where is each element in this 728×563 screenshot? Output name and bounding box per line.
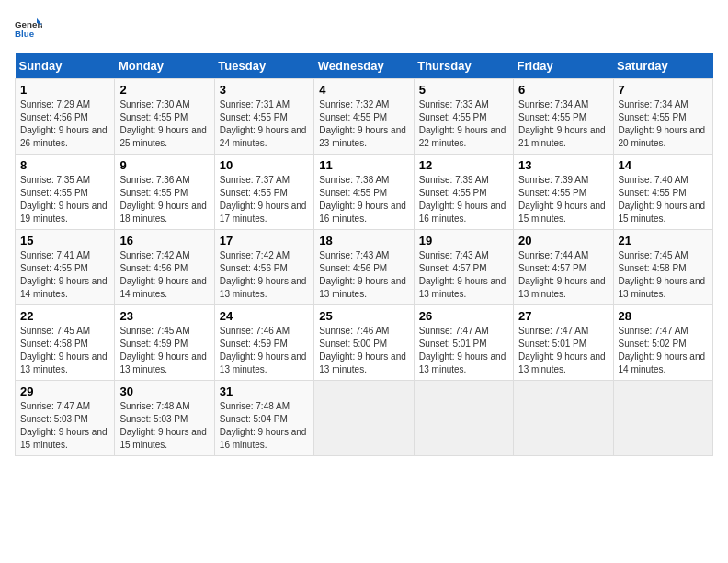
- day-number: 10: [220, 158, 309, 172]
- day-number: 4: [319, 83, 408, 97]
- day-number: 21: [619, 234, 708, 247]
- logo-icon: General Blue: [15, 15, 42, 42]
- day-number: 2: [119, 83, 209, 97]
- day-info: Sunrise: 7:30 AM Sunset: 4:55 PM Dayligh…: [119, 98, 209, 150]
- day-info: Sunrise: 7:39 AM Sunset: 4:55 PM Dayligh…: [518, 174, 608, 225]
- header-day-thursday: Thursday: [414, 53, 513, 79]
- day-number: 29: [20, 385, 109, 398]
- logo: General Blue: [15, 15, 42, 42]
- day-number: 5: [419, 83, 508, 97]
- day-info: Sunrise: 7:41 AM Sunset: 4:55 PM Dayligh…: [20, 249, 109, 301]
- day-number: 7: [619, 83, 708, 97]
- header-day-friday: Friday: [514, 53, 613, 79]
- day-number: 30: [119, 385, 209, 398]
- day-cell: 28 Sunrise: 7:47 AM Sunset: 5:02 PM Dayl…: [613, 305, 712, 381]
- day-info: Sunrise: 7:42 AM Sunset: 4:56 PM Dayligh…: [220, 249, 309, 301]
- day-number: 20: [518, 234, 608, 247]
- day-cell: 2 Sunrise: 7:30 AM Sunset: 4:55 PM Dayli…: [115, 79, 214, 155]
- day-number: 16: [119, 234, 209, 247]
- day-info: Sunrise: 7:47 AM Sunset: 5:01 PM Dayligh…: [419, 325, 508, 376]
- day-info: Sunrise: 7:43 AM Sunset: 4:57 PM Dayligh…: [419, 249, 508, 301]
- day-info: Sunrise: 7:42 AM Sunset: 4:56 PM Dayligh…: [119, 249, 209, 301]
- day-number: 8: [20, 158, 109, 172]
- day-number: 24: [220, 309, 309, 323]
- day-info: Sunrise: 7:38 AM Sunset: 4:55 PM Dayligh…: [319, 174, 408, 225]
- day-cell: [613, 381, 712, 456]
- day-number: 11: [319, 158, 408, 172]
- day-number: 17: [220, 234, 309, 247]
- header-day-wednesday: Wednesday: [314, 53, 414, 79]
- day-cell: 16 Sunrise: 7:42 AM Sunset: 4:56 PM Dayl…: [115, 230, 214, 305]
- day-cell: 25 Sunrise: 7:46 AM Sunset: 5:00 PM Dayl…: [314, 305, 414, 381]
- day-info: Sunrise: 7:35 AM Sunset: 4:55 PM Dayligh…: [20, 174, 109, 225]
- header-day-saturday: Saturday: [613, 53, 712, 79]
- day-cell: 26 Sunrise: 7:47 AM Sunset: 5:01 PM Dayl…: [414, 305, 513, 381]
- day-info: Sunrise: 7:45 AM Sunset: 4:58 PM Dayligh…: [619, 249, 708, 301]
- day-info: Sunrise: 7:48 AM Sunset: 5:04 PM Dayligh…: [220, 400, 309, 452]
- day-cell: [414, 381, 513, 456]
- day-cell: 1 Sunrise: 7:29 AM Sunset: 4:56 PM Dayli…: [16, 79, 115, 155]
- day-number: 15: [20, 234, 109, 247]
- day-cell: 9 Sunrise: 7:36 AM Sunset: 4:55 PM Dayli…: [115, 155, 214, 230]
- day-info: Sunrise: 7:44 AM Sunset: 4:57 PM Dayligh…: [518, 249, 608, 301]
- day-cell: 30 Sunrise: 7:48 AM Sunset: 5:03 PM Dayl…: [115, 381, 214, 456]
- day-cell: 29 Sunrise: 7:47 AM Sunset: 5:03 PM Dayl…: [16, 381, 115, 456]
- day-info: Sunrise: 7:34 AM Sunset: 4:55 PM Dayligh…: [518, 98, 608, 150]
- day-cell: 11 Sunrise: 7:38 AM Sunset: 4:55 PM Dayl…: [314, 155, 414, 230]
- day-number: 9: [119, 158, 209, 172]
- day-number: 13: [518, 158, 608, 172]
- day-cell: 13 Sunrise: 7:39 AM Sunset: 4:55 PM Dayl…: [514, 155, 613, 230]
- header-day-sunday: Sunday: [16, 53, 115, 79]
- header-row: SundayMondayTuesdayWednesdayThursdayFrid…: [16, 53, 713, 79]
- day-number: 23: [119, 309, 209, 323]
- day-cell: 21 Sunrise: 7:45 AM Sunset: 4:58 PM Dayl…: [613, 230, 712, 305]
- header-day-monday: Monday: [115, 53, 214, 79]
- day-cell: 18 Sunrise: 7:43 AM Sunset: 4:56 PM Dayl…: [314, 230, 414, 305]
- day-number: 1: [20, 83, 109, 97]
- day-info: Sunrise: 7:37 AM Sunset: 4:55 PM Dayligh…: [220, 174, 309, 225]
- day-info: Sunrise: 7:45 AM Sunset: 4:58 PM Dayligh…: [20, 325, 109, 376]
- day-info: Sunrise: 7:47 AM Sunset: 5:03 PM Dayligh…: [20, 400, 109, 452]
- day-info: Sunrise: 7:47 AM Sunset: 5:02 PM Dayligh…: [619, 325, 708, 376]
- day-info: Sunrise: 7:48 AM Sunset: 5:03 PM Dayligh…: [119, 400, 209, 452]
- day-number: 3: [220, 83, 309, 97]
- day-cell: 12 Sunrise: 7:39 AM Sunset: 4:55 PM Dayl…: [414, 155, 513, 230]
- day-cell: 17 Sunrise: 7:42 AM Sunset: 4:56 PM Dayl…: [214, 230, 313, 305]
- day-cell: 20 Sunrise: 7:44 AM Sunset: 4:57 PM Dayl…: [514, 230, 613, 305]
- day-number: 18: [319, 234, 408, 247]
- day-info: Sunrise: 7:46 AM Sunset: 5:00 PM Dayligh…: [319, 325, 408, 376]
- day-cell: 10 Sunrise: 7:37 AM Sunset: 4:55 PM Dayl…: [214, 155, 313, 230]
- day-number: 27: [518, 309, 608, 323]
- header-day-tuesday: Tuesday: [214, 53, 313, 79]
- day-info: Sunrise: 7:45 AM Sunset: 4:59 PM Dayligh…: [119, 325, 209, 376]
- day-number: 19: [419, 234, 508, 247]
- day-info: Sunrise: 7:31 AM Sunset: 4:55 PM Dayligh…: [220, 98, 309, 150]
- week-row-3: 15 Sunrise: 7:41 AM Sunset: 4:55 PM Dayl…: [16, 230, 713, 305]
- header: General Blue: [15, 15, 713, 42]
- week-row-4: 22 Sunrise: 7:45 AM Sunset: 4:58 PM Dayl…: [16, 305, 713, 381]
- day-cell: 31 Sunrise: 7:48 AM Sunset: 5:04 PM Dayl…: [214, 381, 313, 456]
- day-cell: 6 Sunrise: 7:34 AM Sunset: 4:55 PM Dayli…: [514, 79, 613, 155]
- day-cell: 22 Sunrise: 7:45 AM Sunset: 4:58 PM Dayl…: [16, 305, 115, 381]
- day-cell: 23 Sunrise: 7:45 AM Sunset: 4:59 PM Dayl…: [115, 305, 214, 381]
- day-cell: 15 Sunrise: 7:41 AM Sunset: 4:55 PM Dayl…: [16, 230, 115, 305]
- day-info: Sunrise: 7:34 AM Sunset: 4:55 PM Dayligh…: [619, 98, 708, 150]
- day-info: Sunrise: 7:40 AM Sunset: 4:55 PM Dayligh…: [619, 174, 708, 225]
- day-cell: 27 Sunrise: 7:47 AM Sunset: 5:01 PM Dayl…: [514, 305, 613, 381]
- day-info: Sunrise: 7:46 AM Sunset: 4:59 PM Dayligh…: [220, 325, 309, 376]
- svg-text:Blue: Blue: [15, 29, 35, 39]
- day-number: 28: [619, 309, 708, 323]
- day-info: Sunrise: 7:47 AM Sunset: 5:01 PM Dayligh…: [518, 325, 608, 376]
- day-number: 14: [619, 158, 708, 172]
- day-cell: [314, 381, 414, 456]
- day-info: Sunrise: 7:43 AM Sunset: 4:56 PM Dayligh…: [319, 249, 408, 301]
- day-number: 26: [419, 309, 508, 323]
- week-row-2: 8 Sunrise: 7:35 AM Sunset: 4:55 PM Dayli…: [16, 155, 713, 230]
- day-cell: 5 Sunrise: 7:33 AM Sunset: 4:55 PM Dayli…: [414, 79, 513, 155]
- day-cell: 24 Sunrise: 7:46 AM Sunset: 4:59 PM Dayl…: [214, 305, 313, 381]
- day-cell: 8 Sunrise: 7:35 AM Sunset: 4:55 PM Dayli…: [16, 155, 115, 230]
- day-info: Sunrise: 7:36 AM Sunset: 4:55 PM Dayligh…: [119, 174, 209, 225]
- day-number: 12: [419, 158, 508, 172]
- day-info: Sunrise: 7:32 AM Sunset: 4:55 PM Dayligh…: [319, 98, 408, 150]
- calendar-table: SundayMondayTuesdayWednesdayThursdayFrid…: [15, 53, 713, 456]
